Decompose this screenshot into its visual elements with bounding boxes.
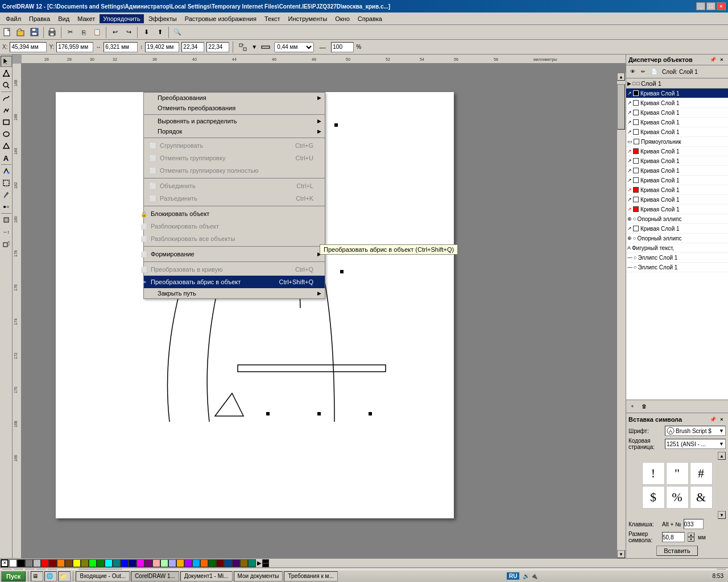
maximize-button[interactable]: □	[706, 2, 715, 10]
obj-item-ellipse1[interactable]: ⊕ ○ Опорный эллипс	[626, 214, 728, 224]
color-skyblue[interactable]	[192, 559, 200, 567]
om-edit-btn[interactable]: ✏	[638, 66, 648, 77]
menu-bitmaps[interactable]: Растровые изображения	[181, 14, 260, 23]
open-button[interactable]	[15, 26, 27, 39]
obj-item-0[interactable]: ↗ Кривая Слой 1	[626, 89, 728, 98]
size-down-btn[interactable]: ▼	[688, 537, 694, 542]
scroll-down-sym[interactable]: ▼	[718, 511, 726, 519]
taskbar-icon1[interactable]: 🖥	[31, 571, 43, 581]
vertical-scrollbar[interactable]: ▲ ▼	[617, 73, 626, 558]
obj-item-8[interactable]: ↗ Кривая Слой 1	[626, 176, 728, 185]
new-button[interactable]	[1, 26, 14, 39]
layer-header[interactable]: ▶ □ □ Слой 1	[626, 78, 728, 89]
menu-lock[interactable]: 🔒 Блокировать объект	[144, 207, 325, 220]
om-view-btn[interactable]: 👁	[627, 66, 638, 77]
language-indicator[interactable]: RU	[507, 572, 519, 580]
color-darkestred[interactable]	[216, 559, 224, 567]
color-emerald[interactable]	[248, 559, 256, 567]
zoom-tool[interactable]	[1, 80, 12, 91]
no-color-swatch[interactable]: ✕	[1, 559, 9, 567]
obj-item-2[interactable]: ↗ Кривая Слой 1	[626, 108, 728, 118]
font-select-container[interactable]: A Brush Script $ ▼	[665, 426, 726, 436]
color-olive[interactable]	[81, 559, 89, 567]
stroke-style-btn[interactable]: —	[316, 41, 329, 53]
menu-close-path[interactable]: Закрыть путь	[144, 288, 325, 298]
freehand-tool[interactable]	[1, 93, 12, 104]
obj-item-rect[interactable]: ▭ Прямоугольник	[626, 137, 728, 147]
color-black[interactable]	[17, 559, 25, 567]
minimize-button[interactable]: _	[696, 2, 705, 10]
obj-item-12[interactable]: ↗ Кривая Слой 1	[626, 224, 728, 234]
snap-btn[interactable]	[237, 41, 249, 53]
color-gray[interactable]	[25, 559, 33, 567]
copy-button[interactable]: ⎘	[77, 26, 90, 39]
import-button[interactable]: ⬇	[140, 26, 152, 39]
color-magenta[interactable]	[136, 559, 144, 567]
color-blue[interactable]	[121, 559, 129, 567]
color-violet[interactable]	[184, 559, 192, 567]
color-lightblue[interactable]	[168, 559, 176, 567]
save-button[interactable]	[28, 26, 41, 39]
symbol-panel-pin[interactable]: 📌	[709, 415, 717, 423]
menu-text[interactable]: Текст	[261, 14, 284, 23]
start-button[interactable]: Пуск	[1, 571, 26, 581]
color-darkblue2[interactable]	[224, 559, 232, 567]
obj-item-ellipse3[interactable]: — ○ Эллипс Слой 1	[626, 253, 728, 263]
obj-item-7[interactable]: ↗ Кривая Слой 1	[626, 166, 728, 176]
text-tool[interactable]: A	[1, 152, 12, 164]
taskbar-word[interactable]: Документ1 - Mi...	[180, 571, 233, 581]
transform-tool[interactable]: ↔↕	[1, 226, 12, 238]
om-add-layer[interactable]: +	[627, 401, 638, 411]
rect-tool[interactable]	[1, 117, 12, 128]
zoom-button[interactable]: 🔍	[171, 26, 184, 39]
color-cyan[interactable]	[105, 559, 113, 567]
obj-item-5[interactable]: ↗ Кривая Слой 1	[626, 147, 728, 156]
menu-shaping[interactable]: ⬜ Формирование	[144, 248, 325, 260]
symbol-dollar[interactable]: $	[642, 486, 665, 509]
angle1-input[interactable]	[181, 42, 204, 52]
y-input[interactable]	[56, 42, 93, 52]
stroke-icon-btn[interactable]	[259, 41, 272, 53]
obj-item-ellipse2[interactable]: ⊕ ○ Опорный эллипс	[626, 234, 728, 243]
width-input[interactable]	[104, 42, 138, 52]
scroll-down-button[interactable]: ▼	[617, 550, 625, 558]
paste-button[interactable]: 📋	[91, 26, 104, 39]
taskbar-icon2[interactable]: 🌐	[44, 571, 57, 581]
obj-manager-list[interactable]: ▶ □ □ Слой 1 ↗ Кривая Слой 1 ↗ Кривая Сл…	[626, 78, 728, 400]
menu-unlock-all[interactable]: ⬜ Разблокировать все объекты	[144, 232, 325, 245]
menu-ungroup-all[interactable]: ⬜ Отменить группировку полностью	[144, 164, 325, 177]
menu-group[interactable]: ⬜ Сгруппировать Ctrl+G	[144, 139, 325, 152]
symbol-panel-close[interactable]: ×	[718, 415, 726, 423]
menu-window[interactable]: Окно	[332, 14, 353, 23]
color-teal[interactable]	[113, 559, 121, 567]
color-lime[interactable]	[89, 559, 97, 567]
color-yellow[interactable]	[73, 559, 81, 567]
menu-convert-outline[interactable]: ✏ Преобразовать абрис в объект Ctrl+Shif…	[144, 276, 325, 288]
obj-item-4[interactable]: ↗ Кривая Слой 1	[626, 127, 728, 137]
interactive-fill-tool[interactable]	[1, 165, 12, 177]
taskbar-reqs[interactable]: Требования к м...	[284, 571, 337, 581]
menu-ungroup[interactable]: ⬜ Отменить группировку Ctrl+U	[144, 152, 325, 164]
menu-align[interactable]: Выровнять и распределить	[144, 116, 325, 126]
key-value-input[interactable]	[684, 519, 704, 529]
zoom-percent-input[interactable]	[331, 42, 354, 52]
angle2-input[interactable]	[206, 42, 229, 52]
color-darkgreen[interactable]	[208, 559, 216, 567]
om-delete-layer[interactable]: 🗑	[639, 401, 649, 411]
symbol-percent[interactable]: %	[666, 486, 689, 509]
menu-convert-curve[interactable]: ⬜ Преобразовать в кривую Ctrl+Q	[144, 263, 325, 276]
color-silver[interactable]	[33, 559, 41, 567]
code-select-container[interactable]: 1251 (ANSI - ... ▼	[665, 439, 726, 449]
symbol-quote[interactable]: "	[666, 462, 689, 485]
color-white[interactable]	[9, 559, 17, 567]
color-brown[interactable]	[65, 559, 73, 567]
tray-icon2[interactable]: 🔌	[531, 573, 537, 579]
color-pink[interactable]	[152, 559, 160, 567]
export-button[interactable]: ⬆	[154, 26, 166, 39]
menu-layout[interactable]: Макет	[74, 14, 98, 23]
menu-file[interactable]: Файл	[2, 14, 24, 23]
menu-combine[interactable]: ⬜ Объединить Ctrl+L	[144, 180, 325, 192]
obj-item-10[interactable]: ↗ Кривая Слой 1	[626, 195, 728, 205]
menu-order[interactable]: Порядок	[144, 126, 325, 136]
shape-tool[interactable]	[1, 68, 12, 79]
